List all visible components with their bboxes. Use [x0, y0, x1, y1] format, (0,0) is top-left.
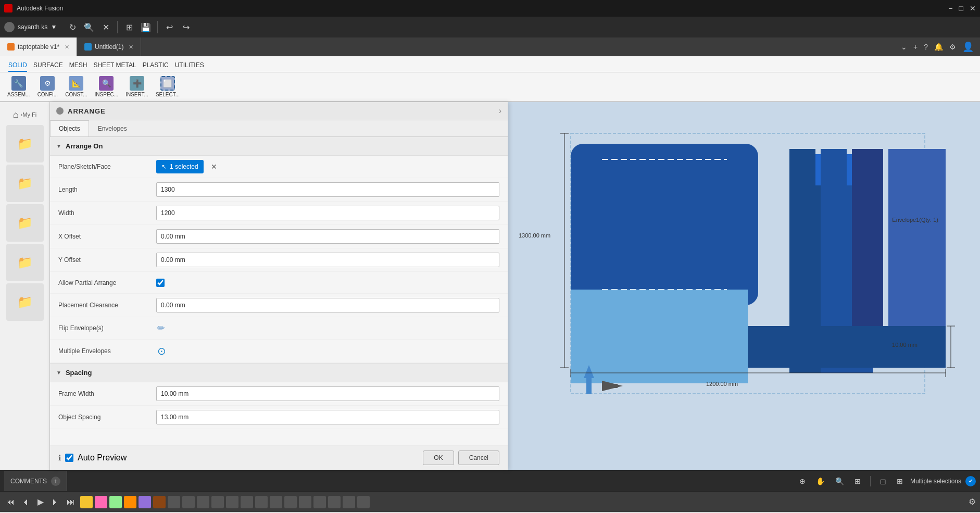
timeline-item-17[interactable]	[313, 496, 326, 508]
tab-solid[interactable]: SOLID	[8, 59, 27, 72]
inspect-button[interactable]: 🔍 INSPEC...	[92, 74, 122, 99]
timeline-item-4[interactable]	[124, 496, 136, 508]
sidebar-item-3[interactable]: 📁	[6, 204, 44, 242]
close-button[interactable]: ✕	[970, 4, 976, 12]
tab-untitled[interactable]: Untitled(1) ✕	[77, 37, 141, 56]
maximize-button[interactable]: □	[959, 4, 963, 12]
ok-button[interactable]: OK	[423, 451, 454, 465]
insert-button[interactable]: ➕ INSERT...	[122, 74, 152, 99]
notification-icon[interactable]: 🔔	[932, 41, 945, 53]
timeline-item-14[interactable]	[270, 496, 282, 508]
configure-button[interactable]: ⚙ CONFI...	[34, 74, 61, 99]
comments-add-button[interactable]: +	[51, 477, 60, 486]
sidebar-item-2[interactable]: 📁	[6, 165, 44, 202]
user-avatar-icon[interactable]: 👤	[960, 39, 976, 55]
select-button[interactable]: ⬜ SELECT...	[153, 74, 183, 99]
timeline-next-button[interactable]: ⏵	[49, 496, 61, 508]
save-button[interactable]: 💾	[139, 20, 153, 34]
timeline-item-18[interactable]	[328, 496, 341, 508]
timeline-play-button[interactable]: ▶	[35, 496, 46, 508]
timeline-end-button[interactable]: ⏭	[65, 496, 77, 508]
tab-utilities[interactable]: UTILITIES	[175, 59, 204, 72]
timeline-item-6[interactable]	[153, 496, 166, 508]
timeline-item-7[interactable]	[168, 496, 180, 508]
cancel-button[interactable]: Cancel	[458, 451, 499, 465]
redo-button[interactable]: ↪	[179, 20, 193, 34]
timeline-item-11[interactable]	[226, 496, 238, 508]
length-label: Length	[58, 186, 152, 193]
grid-button[interactable]: ⊞	[894, 475, 906, 487]
display-button[interactable]: ◻	[877, 475, 889, 487]
timeline-item-19[interactable]	[343, 496, 355, 508]
svg-rect-15	[571, 290, 748, 383]
orbit-button[interactable]: ⊕	[796, 475, 809, 487]
timeline-item-10[interactable]	[211, 496, 224, 508]
tab-close-untitled[interactable]: ✕	[129, 44, 133, 51]
grid-view-button[interactable]: ⊞	[122, 20, 136, 34]
status-end-circle[interactable]: ✔	[965, 476, 976, 486]
sidebar-item-1[interactable]: 📁	[6, 125, 44, 162]
spacing-section-header[interactable]: ▼ Spacing	[50, 364, 508, 382]
dialog-tab-objects[interactable]: Objects	[50, 120, 89, 136]
x-offset-input[interactable]	[156, 229, 499, 244]
timeline-prev-button[interactable]: ⏴	[20, 496, 32, 508]
sidebar-item-4[interactable]: 📁	[6, 244, 44, 281]
auto-preview-checkbox[interactable]	[65, 454, 73, 462]
length-input[interactable]	[156, 182, 499, 197]
allow-partial-checkbox[interactable]	[156, 279, 165, 287]
tab-chevron-icon[interactable]: ⌄	[899, 41, 909, 53]
timeline-item-13[interactable]	[255, 496, 268, 508]
timeline-item-5[interactable]	[139, 496, 151, 508]
close-file-button[interactable]: ✕	[98, 20, 113, 34]
construct-button[interactable]: 📐 CONST...	[62, 74, 90, 99]
timeline-item-8[interactable]	[182, 496, 195, 508]
undo-button[interactable]: ↩	[162, 20, 177, 34]
tab-plastic[interactable]: PLASTIC	[143, 59, 169, 72]
timeline-item-12[interactable]	[241, 496, 253, 508]
timeline-item-1[interactable]	[80, 496, 93, 508]
help-icon[interactable]: ?	[922, 41, 930, 53]
plane-selected-button[interactable]: ↖ 1 selected	[156, 160, 204, 173]
timeline-item-9[interactable]	[197, 496, 209, 508]
arrange-on-section-header[interactable]: ▼ Arrange On	[50, 137, 508, 156]
tab-add-button[interactable]: +	[911, 41, 920, 53]
y-offset-input[interactable]	[156, 253, 499, 267]
zoom-button[interactable]: 🔍	[832, 475, 847, 487]
tab-sheet-metal[interactable]: SHEET METAL	[93, 59, 136, 72]
sidebar-home[interactable]: ⌂ › My Fi	[6, 106, 44, 123]
timeline-item-15[interactable]	[284, 496, 297, 508]
dialog-tab-envelopes[interactable]: Envelopes	[89, 120, 136, 136]
multiple-envelopes-icon[interactable]: ⊙	[156, 344, 167, 358]
x-offset-label: X Offset	[58, 233, 152, 240]
settings-icon[interactable]: ⚙	[947, 41, 958, 53]
tab-taptoptable[interactable]: taptoptable v1* ✕	[0, 37, 77, 56]
plane-clear-button[interactable]: ✕	[208, 161, 220, 172]
frame-width-input[interactable]	[156, 386, 499, 401]
timeline-item-20[interactable]	[357, 496, 370, 508]
flip-envelope-icon[interactable]: ✏	[156, 321, 166, 335]
timeline-item-2[interactable]	[95, 496, 107, 508]
select-cursor-icon: ↖	[161, 163, 167, 170]
timeline-item-3[interactable]	[109, 496, 122, 508]
timeline-settings-button[interactable]: ⚙	[969, 497, 976, 507]
toolbar-area: SOLID SURFACE MESH SHEET METAL PLASTIC U…	[0, 56, 980, 102]
assemble-button[interactable]: 🔧 ASSEM...	[4, 74, 33, 99]
refresh-button[interactable]: ↻	[65, 20, 80, 34]
my-files-label: My Fi	[22, 111, 36, 118]
timeline-item-16[interactable]	[299, 496, 311, 508]
width-input[interactable]	[156, 206, 499, 220]
zoom-fit-button[interactable]: ⊞	[851, 475, 864, 487]
y-offset-row: Y Offset	[50, 248, 508, 272]
minimize-button[interactable]: −	[948, 4, 952, 12]
tab-mesh[interactable]: MESH	[69, 59, 87, 72]
tab-surface[interactable]: SURFACE	[33, 59, 63, 72]
object-spacing-input[interactable]	[156, 410, 499, 424]
search-button[interactable]: 🔍	[82, 20, 96, 34]
pan-button[interactable]: ✋	[813, 475, 828, 487]
placement-clearance-input[interactable]	[156, 298, 499, 312]
sidebar-item-5[interactable]: 📁	[6, 283, 44, 321]
timeline-start-button[interactable]: ⏮	[4, 496, 17, 508]
tab-close-taptoptable[interactable]: ✕	[65, 44, 69, 51]
user-menu[interactable]: sayanth ks ▼	[4, 22, 57, 32]
viewport[interactable]: Z FRONT	[508, 102, 980, 470]
